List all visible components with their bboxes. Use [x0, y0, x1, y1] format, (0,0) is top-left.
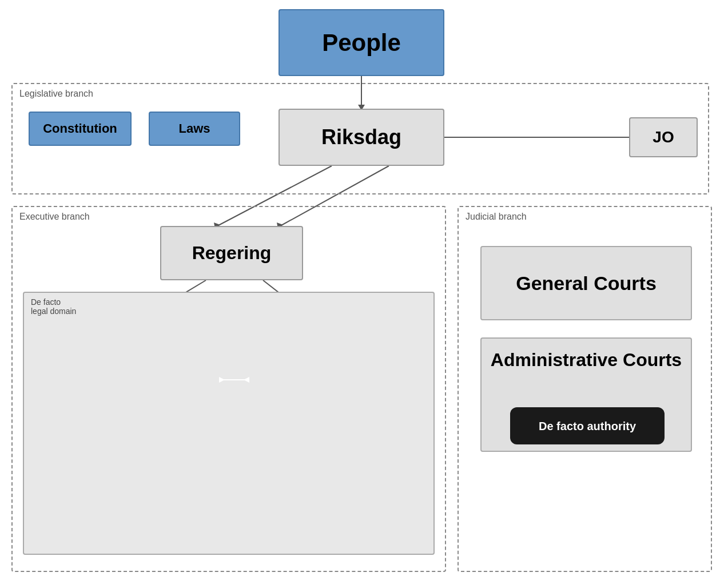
riksdag-label: Riksdag	[321, 125, 401, 149]
executive-branch-label: Executive branch	[19, 212, 90, 222]
people-box: People	[279, 9, 444, 76]
laws-box: Laws	[149, 112, 240, 146]
judicial-branch-label: Judicial branch	[466, 212, 527, 222]
jo-box: JO	[629, 117, 698, 157]
defacto-authority-box: De facto authority	[510, 407, 665, 444]
legislative-branch-label: Legislative branch	[19, 89, 93, 99]
admin-courts-title: Administrative Courts	[491, 349, 682, 371]
constitution-box: Constitution	[29, 112, 132, 146]
defacto-domain-box: De factolegal domain Authority A De fact…	[23, 292, 435, 555]
jo-label: JO	[653, 128, 674, 146]
constitution-label: Constitution	[43, 121, 117, 136]
general-courts-box: General Courts	[480, 246, 692, 320]
svg-marker-16	[244, 377, 249, 383]
riksdag-box: Riksdag	[279, 109, 444, 166]
people-label: People	[322, 29, 401, 57]
regering-box: Regering	[160, 226, 303, 280]
svg-marker-15	[219, 377, 225, 383]
diagram: People Legislative branch Constitution L…	[0, 0, 724, 588]
domain-arrows	[24, 293, 436, 556]
laws-label: Laws	[178, 121, 210, 136]
defacto-domain-label: De factolegal domain	[31, 297, 76, 316]
admin-courts-box: Administrative Courts De facto authority	[480, 337, 692, 452]
general-courts-label: General Courts	[516, 272, 657, 295]
defacto-authority-label: De facto authority	[539, 419, 636, 434]
regering-label: Regering	[192, 243, 272, 264]
